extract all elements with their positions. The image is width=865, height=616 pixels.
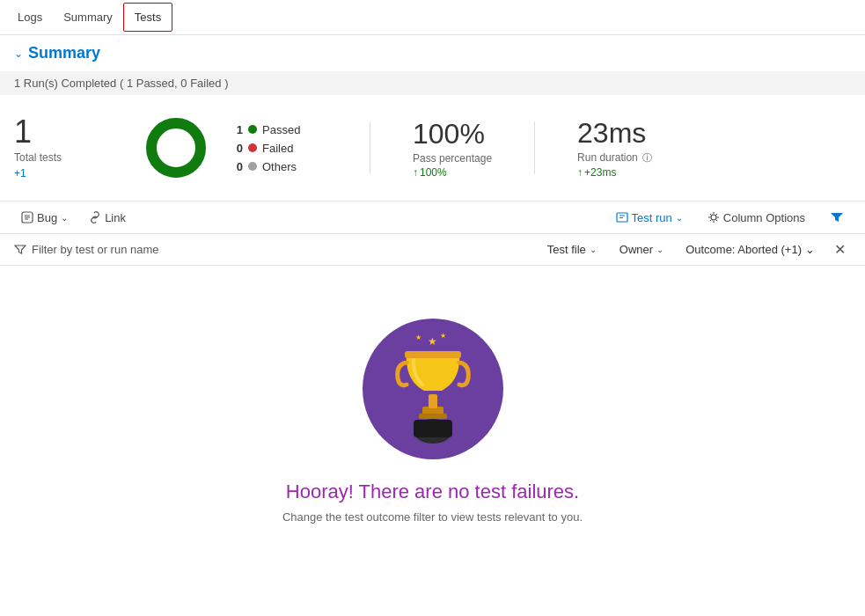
summary-header: ⌄ Summary — [0, 35, 865, 71]
trophy-svg: ★ ★ ★ — [380, 327, 486, 451]
svg-point-1 — [151, 123, 201, 172]
chevron-down-icon: ⌄ — [805, 243, 815, 256]
test-run-icon — [616, 211, 628, 224]
trophy-illustration: ★ ★ ★ — [363, 319, 503, 459]
legend-others: 0 Others — [232, 160, 320, 173]
svg-text:★: ★ — [440, 332, 446, 340]
bug-button[interactable]: Bug ⌄ — [14, 208, 75, 228]
link-button[interactable]: Link — [82, 208, 133, 228]
empty-state: ★ ★ ★ Hooray! There are no test failures… — [0, 266, 865, 559]
column-options-button[interactable]: Column Options — [700, 208, 812, 228]
total-tests-block: 1 Total tests +1 — [14, 116, 120, 180]
pass-pct-delta: 100% — [413, 166, 492, 179]
filter-bar: Filter by test or run name Test file ⌄ O… — [0, 234, 865, 266]
svg-rect-9 — [429, 394, 437, 408]
vertical-separator-2 — [534, 121, 535, 174]
pass-pct-label: Pass percentage — [413, 152, 492, 165]
pass-percentage-block: 100% Pass percentage 100% — [413, 118, 492, 179]
svg-text:★: ★ — [428, 335, 437, 348]
legend: 1 Passed 0 Failed 0 Others — [232, 123, 320, 173]
donut-chart — [141, 113, 211, 183]
test-run-button[interactable]: Test run ⌄ — [609, 208, 690, 228]
total-tests-number: 1 — [14, 116, 120, 148]
svg-text:★: ★ — [415, 334, 422, 341]
dot-others — [248, 162, 257, 171]
filter-button[interactable] — [823, 207, 851, 228]
vertical-separator — [370, 121, 370, 174]
svg-rect-8 — [419, 414, 447, 419]
link-icon — [89, 211, 101, 224]
dot-failed — [248, 143, 257, 152]
close-filter-button[interactable]: ✕ — [829, 239, 851, 260]
filter-chips: Test file ⌄ Owner ⌄ Outcome: Aborted (+1… — [539, 239, 851, 260]
outcome-filter[interactable]: Outcome: Aborted (+1) ⌄ — [678, 240, 822, 259]
run-duration-label: Run duration ⓘ — [577, 151, 652, 165]
hooray-message: Hooray! There are no test failures. — [286, 480, 579, 503]
sub-message: Change the test outcome filter to view t… — [282, 510, 583, 524]
run-duration-value: 23ms — [577, 117, 652, 150]
filter-input-area[interactable]: Filter by test or run name — [14, 243, 539, 256]
dot-passed — [248, 125, 257, 134]
toolbar-right: Test run ⌄ Column Options — [609, 207, 851, 228]
filter-funnel-icon — [14, 244, 26, 256]
test-file-filter[interactable]: Test file ⌄ — [539, 239, 605, 260]
chevron-down-icon: ⌄ — [676, 213, 683, 223]
svg-rect-6 — [414, 420, 452, 437]
legend-failed: 0 Failed — [232, 142, 320, 155]
summary-title: Summary — [28, 44, 100, 62]
total-tests-delta: +1 — [14, 167, 120, 180]
legend-passed: 1 Passed — [232, 123, 320, 136]
tab-summary[interactable]: Summary — [53, 4, 123, 31]
completed-bar: 1 Run(s) Completed ( 1 Passed, 0 Failed … — [0, 71, 865, 95]
info-icon: ⓘ — [642, 152, 652, 163]
svg-rect-10 — [405, 351, 461, 358]
chevron-down-icon: ⌄ — [61, 213, 68, 223]
owner-filter[interactable]: Owner ⌄ — [612, 239, 671, 260]
tab-tests[interactable]: Tests — [123, 3, 172, 32]
run-duration-block: 23ms Run duration ⓘ +23ms — [577, 117, 652, 179]
pass-pct-value: 100% — [413, 118, 492, 150]
toolbar-left: Bug ⌄ Link — [14, 208, 602, 228]
top-nav: Logs Summary Tests — [0, 0, 865, 35]
svg-point-4 — [711, 215, 716, 220]
stats-row: 1 Total tests +1 1 Passed 0 Failed 0 Oth… — [0, 95, 865, 202]
filter-icon — [830, 210, 844, 224]
bug-icon — [21, 211, 33, 224]
tab-logs[interactable]: Logs — [7, 4, 53, 31]
run-duration-delta: +23ms — [577, 166, 652, 179]
column-options-icon — [707, 211, 720, 224]
chevron-down-icon: ⌄ — [656, 245, 663, 254]
total-tests-label: Total tests — [14, 151, 120, 164]
toolbar: Bug ⌄ Link Test run ⌄ Column Options — [0, 202, 865, 234]
chevron-down-icon: ⌄ — [14, 48, 23, 60]
chevron-down-icon: ⌄ — [590, 245, 597, 254]
